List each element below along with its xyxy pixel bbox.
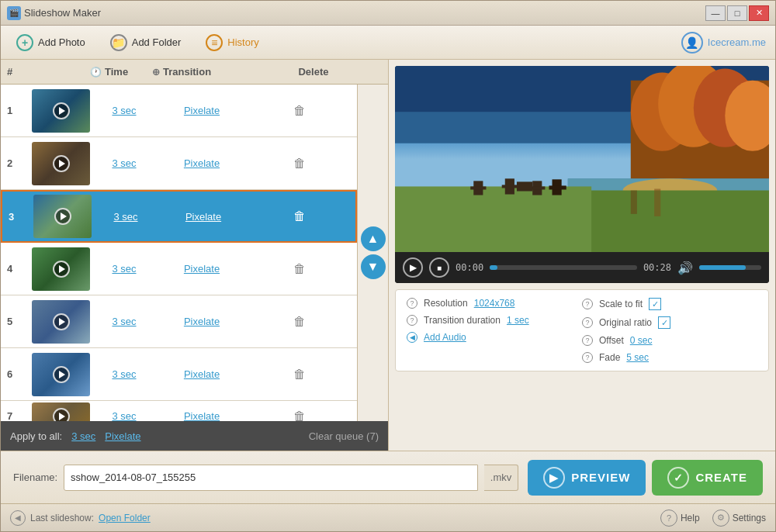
scroll-down-button[interactable]: ▼: [361, 254, 386, 279]
slide-row-selected[interactable]: 3 3 sec Pixelate 🗑: [1, 190, 357, 243]
slide-transition[interactable]: Pixelate: [155, 316, 248, 327]
slide-delete[interactable]: 🗑: [250, 209, 349, 223]
restore-button[interactable]: □: [727, 5, 747, 21]
slide-delete[interactable]: 🗑: [248, 157, 351, 171]
svg-rect-19: [549, 185, 566, 189]
slide-transition[interactable]: Pixelate: [155, 368, 248, 380]
table-header: # 🕐 Time ⊕ Transition Delete: [1, 60, 388, 85]
fade-help-icon[interactable]: ?: [582, 352, 593, 363]
filename-extension: .mkv: [484, 465, 518, 491]
slide-delete[interactable]: 🗑: [248, 368, 351, 382]
scale-to-fit-help-icon[interactable]: ?: [582, 299, 593, 309]
video-total-time: 00:28: [643, 262, 671, 273]
add-folder-button[interactable]: 📁 Add Folder: [104, 31, 188, 54]
clear-queue-link[interactable]: Clear queue (7): [309, 430, 379, 442]
slide-time[interactable]: 3 sec: [93, 263, 155, 275]
resolution-label: Resolution: [424, 298, 468, 309]
slide-number: 2: [7, 157, 32, 169]
play-icon: [53, 102, 70, 119]
thumb-overlay: [32, 89, 90, 133]
slide-time[interactable]: 3 sec: [95, 211, 157, 223]
svg-rect-21: [631, 191, 637, 214]
thumb-overlay: [32, 353, 90, 396]
slide-time[interactable]: 3 sec: [93, 157, 155, 169]
slide-transition[interactable]: Pixelate: [155, 157, 248, 169]
col-delete-header: Delete: [245, 66, 382, 78]
video-stop-button[interactable]: ■: [429, 257, 449, 278]
slide-transition[interactable]: Pixelate: [155, 105, 248, 116]
resolution-help-icon[interactable]: ?: [407, 298, 417, 309]
slide-time[interactable]: 3 sec: [93, 368, 155, 380]
slide-thumbnail: [33, 195, 92, 238]
original-ratio-help-icon[interactable]: ?: [582, 317, 593, 328]
help-button[interactable]: ? Help: [660, 510, 700, 527]
preview-button[interactable]: ▶ PREVIEW: [528, 460, 646, 496]
resolution-value[interactable]: 1024x768: [474, 298, 515, 309]
minimize-button[interactable]: —: [705, 5, 726, 21]
transition-duration-value[interactable]: 1 sec: [507, 315, 529, 326]
create-check-icon: ✓: [667, 467, 689, 489]
bottom-bar: Filename: .mkv ▶ PREVIEW ✓ CREATE: [1, 451, 775, 503]
video-play-button[interactable]: ▶: [403, 257, 423, 278]
slide-number: 5: [7, 316, 32, 327]
settings-button[interactable]: ⚙ Settings: [712, 510, 766, 527]
toolbar-left: + Add Photo 📁 Add Folder ≡ History: [10, 31, 265, 54]
preview-label: PREVIEW: [571, 471, 630, 484]
history-icon: ≡: [206, 34, 223, 51]
slide-row[interactable]: 6 3 sec Pixelate 🗑: [1, 348, 357, 401]
history-button[interactable]: ≡ History: [199, 31, 265, 54]
filename-input[interactable]: [64, 465, 478, 491]
scale-to-fit-checkbox[interactable]: ✓: [649, 298, 661, 310]
apply-time[interactable]: 3 sec: [71, 430, 95, 442]
slide-thumbnail: [32, 142, 90, 185]
window-controls: — □ ✕: [705, 5, 769, 21]
slide-thumbnail: [32, 300, 90, 344]
slide-time[interactable]: 3 sec: [93, 105, 155, 116]
slide-row[interactable]: 7 3 sec Pixelate 🗑: [1, 401, 357, 421]
slide-row[interactable]: 1 3 sec Pixelate 🗑: [1, 85, 357, 137]
add-photo-button[interactable]: + Add Photo: [10, 31, 92, 54]
offset-value[interactable]: 0 sec: [630, 335, 653, 346]
logo-area: 👤 Icecream.me: [681, 32, 766, 54]
app-icon: 🎬: [7, 6, 21, 20]
slide-transition[interactable]: Pixelate: [157, 211, 250, 223]
volume-bar[interactable]: [699, 265, 761, 270]
create-label: CREATE: [695, 471, 747, 484]
slide-delete[interactable]: 🗑: [248, 315, 351, 329]
slide-delete[interactable]: 🗑: [248, 104, 351, 118]
apply-transition[interactable]: Pixelate: [105, 430, 140, 442]
add-audio-label[interactable]: Add Audio: [424, 332, 466, 343]
slide-time[interactable]: 3 sec: [93, 410, 155, 421]
title-bar: 🎬 Slideshow Maker — □ ✕: [1, 1, 775, 26]
fade-value[interactable]: 5 sec: [626, 352, 649, 363]
original-ratio-checkbox[interactable]: ✓: [658, 316, 670, 329]
slide-row[interactable]: 4 3 sec Pixelate 🗑: [1, 243, 357, 295]
scroll-up-button[interactable]: ▲: [361, 226, 386, 251]
video-preview: ▶ ■ 00:00 00:28 🔊: [395, 66, 769, 283]
slide-transition[interactable]: Pixelate: [155, 410, 248, 421]
close-button[interactable]: ✕: [749, 5, 769, 21]
main-window: 🎬 Slideshow Maker — □ ✕ + Add Photo 📁 Ad…: [0, 0, 776, 532]
create-button[interactable]: ✓ CREATE: [652, 460, 763, 496]
video-controls: ▶ ■ 00:00 00:28 🔊: [395, 252, 769, 283]
volume-fill: [699, 265, 746, 270]
transition-duration-help-icon[interactable]: ?: [407, 315, 417, 326]
video-progress-bar[interactable]: [490, 265, 637, 270]
slide-time[interactable]: 3 sec: [93, 316, 155, 327]
col-num-header: #: [7, 66, 32, 78]
slide-row[interactable]: 5 3 sec Pixelate 🗑: [1, 295, 357, 348]
apply-label: Apply to all:: [10, 430, 62, 442]
offset-help-icon[interactable]: ?: [582, 335, 593, 346]
open-folder-link[interactable]: Open Folder: [99, 513, 151, 523]
slide-delete[interactable]: 🗑: [248, 409, 351, 422]
slide-row[interactable]: 2 3 sec Pixelate 🗑: [1, 137, 357, 190]
slide-number: 1: [7, 105, 32, 116]
logo-icon: 👤: [681, 32, 703, 54]
video-image: [395, 66, 769, 252]
slide-transition[interactable]: Pixelate: [155, 263, 248, 275]
add-audio-icon[interactable]: ◀: [407, 332, 417, 343]
slide-delete[interactable]: 🗑: [248, 262, 351, 276]
settings-panel: ? Resolution 1024x768 ? Transition durat…: [395, 289, 769, 371]
volume-icon[interactable]: 🔊: [677, 261, 693, 275]
action-buttons: ▶ PREVIEW ✓ CREATE: [528, 460, 763, 496]
